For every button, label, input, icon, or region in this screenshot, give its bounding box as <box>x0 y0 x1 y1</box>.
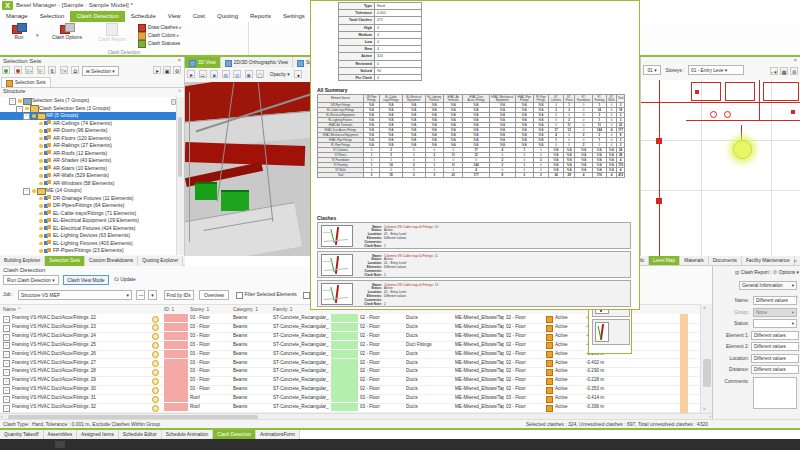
orbit-icon[interactable]: ◍ <box>222 70 230 78</box>
panel-tab-building-explorer[interactable]: Building Explorer <box>0 256 45 266</box>
ribbon-tab-settings[interactable]: Settings <box>277 11 311 22</box>
taskbar-item[interactable] <box>55 441 65 448</box>
show-all-icon[interactable] <box>2 66 10 74</box>
job-more-button[interactable]: ▾ <box>148 290 157 300</box>
tree-item[interactable]: −Clash Selection Sets (3 Groups) <box>0 105 177 113</box>
clash-options-button[interactable]: Clash Options <box>46 23 88 47</box>
tree-item[interactable]: EL-Electrical Fixtures (424 Elements) <box>0 225 177 233</box>
map-gear-icon[interactable]: ⚙ <box>790 67 798 75</box>
tree-item[interactable]: EL-Lighting Devices (63 Elements) <box>0 232 177 240</box>
details-section-select[interactable]: General Information▾ <box>739 281 797 290</box>
ribbon-tab-selection[interactable]: Selection <box>34 11 71 22</box>
ribbon-tab-view[interactable]: View <box>162 11 187 22</box>
panel-view-icon[interactable]: ▣ <box>163 66 171 74</box>
panel-close-icon[interactable]: × <box>177 57 181 63</box>
details-field-element-1-[interactable]: Different values <box>751 331 799 340</box>
clash-report-button[interactable]: Clash Report <box>92 23 132 47</box>
ribbon-tab-reports[interactable]: Reports <box>244 11 277 22</box>
tab-selection-sets[interactable]: Selection Sets <box>1 77 51 87</box>
select-box-icon[interactable]: ▭ <box>199 70 207 78</box>
draw-clashes-button[interactable]: Draw Clashes ▸ <box>138 24 182 32</box>
overview-button[interactable]: Overview <box>199 290 229 300</box>
ribbon-tab-cost[interactable]: Cost <box>187 11 211 22</box>
job-select[interactable]: Structure VS MEP▾ <box>18 290 132 300</box>
run-clash-detection-button[interactable]: Run Clash Detection ▾ <box>3 275 59 285</box>
tree-item[interactable]: AR-Floors (120 Elements) <box>0 135 177 143</box>
isolate-icon[interactable]: ⇅ <box>48 66 56 74</box>
run-button[interactable]: Run <box>4 23 34 47</box>
row-expander-icon[interactable]: + <box>3 405 10 412</box>
filter-selected-checkbox[interactable]: Filter Selected Elements <box>236 290 297 300</box>
view-tab-2d-3d-orthographic-view[interactable]: 2D/3D Orthographic View <box>221 57 293 68</box>
tree-item[interactable]: AR-Doors (96 Elements) <box>0 127 177 135</box>
tree-item[interactable]: FP-Pipes/Fittings (23 Elements) <box>0 247 177 255</box>
run-dropdown-arrow[interactable]: ▾ <box>36 32 39 38</box>
job-edit-button[interactable]: — <box>136 290 145 300</box>
clash-colors-button[interactable]: Clash Colors ▸ <box>138 32 179 40</box>
tree-item[interactable]: AR-Ceilings (74 Elements) <box>0 120 177 128</box>
tree-item[interactable]: −AR (5 Groups) <box>0 112 177 120</box>
pan-icon[interactable]: ◎ <box>233 70 241 78</box>
tree-item[interactable]: −ME (14 Groups) <box>0 187 177 195</box>
map-corner-icon[interactable]: ⌐▾ <box>770 67 778 75</box>
tree-item[interactable]: EL-Cable trays/Fittings (71 Elements) <box>0 210 177 218</box>
details-field-name-[interactable]: Different values <box>753 296 797 305</box>
tree-item[interactable]: DR-Pipes/Fittings (64 Elements) <box>0 202 177 210</box>
row-expander-icon[interactable]: + <box>3 369 10 376</box>
update-button[interactable]: 🗘 Update <box>114 275 136 285</box>
pointer-tool-icon[interactable]: ➤ <box>187 70 195 78</box>
opacity-dropdown[interactable]: Opacity ▾ <box>270 69 290 80</box>
row-expander-icon[interactable]: + <box>3 316 10 323</box>
select-fill-icon[interactable]: ■ <box>210 70 218 78</box>
view-tab-3d-view[interactable]: 3D View <box>185 57 221 68</box>
hide-all-icon[interactable] <box>14 66 22 74</box>
details-field-element-2-[interactable]: Different values <box>751 342 799 351</box>
right-tab-materials[interactable]: Materials <box>680 256 708 266</box>
clash-report-preview-window[interactable]: TypeHardTolerance0.001Total Clashes472Hi… <box>310 0 640 310</box>
panel-tab-custom-breakdowns[interactable]: Custom Breakdowns <box>85 256 138 266</box>
ribbon-tab-clash-detection[interactable]: Clash Detection <box>70 11 124 22</box>
row-expander-icon[interactable]: + <box>3 325 10 332</box>
tree-item[interactable]: EL-Lighting Fixtures (403 Elements) <box>0 240 177 248</box>
details-field-comments-[interactable] <box>753 377 797 409</box>
tree-item[interactable]: AR-Railings (27 Elements) <box>0 142 177 150</box>
clash-statuses-button[interactable]: Clash Statuses <box>138 40 180 48</box>
ribbon-tab-manage[interactable]: Manage <box>0 11 34 22</box>
tree-item[interactable]: −Selection Sets (7 Groups) <box>0 97 177 105</box>
section-icon[interactable]: ▢ <box>256 70 264 78</box>
tree-item[interactable]: AR-Walls (529 Elements) <box>0 172 177 180</box>
ribbon-tab-schedule[interactable]: Schedule <box>125 11 162 22</box>
tree-item[interactable]: DR-Drainage Fixtures (11 Elements) <box>0 195 177 203</box>
clash-table-row[interactable]: +Framing VS HVAC Duct/Acce/Fittings: 32R… <box>0 403 712 413</box>
tree-item[interactable]: FP-Sprinklers (8 Elements) <box>0 255 177 256</box>
map-close-icon[interactable]: × <box>793 57 797 63</box>
row-expander-icon[interactable]: + <box>3 378 10 385</box>
tree-scrollbar[interactable] <box>176 97 184 255</box>
right-tab-documents[interactable]: Documents <box>709 256 742 266</box>
right-tab-facility-maintenance[interactable]: Facility Maintenance <box>742 256 795 266</box>
remove-selection-icon[interactable]: V- <box>37 66 45 74</box>
options-button[interactable]: ⚙ Options ▾ <box>773 268 799 278</box>
storey-dropdown[interactable]: 01 - Entry Leve ▾ <box>688 65 744 75</box>
tree-item[interactable]: AR-Roofs (12 Elements) <box>0 150 177 158</box>
render-mode-icon[interactable]: ● <box>294 70 302 78</box>
panel-tab-quoting-explorer[interactable]: Quoting Explorer <box>138 256 183 266</box>
details-field-location-[interactable]: Different values <box>751 354 799 363</box>
map-image-icon[interactable]: ▦ <box>780 67 788 75</box>
filter-icon[interactable]: Y▾ <box>60 66 68 74</box>
level-dropdown[interactable]: 01 ▾ <box>643 65 661 75</box>
settings-gear-icon[interactable]: ⚙ <box>173 66 181 74</box>
tree-item[interactable]: AR-Shades (40 Elements) <box>0 157 177 165</box>
tree-item[interactable]: EL-Electrical Equipment (29 Elements) <box>0 217 177 225</box>
level-map-canvas[interactable] <box>641 80 800 256</box>
copy-icon[interactable]: ⧉ <box>71 66 79 74</box>
tree-scroll-up-icon[interactable]: ˄ <box>178 88 181 94</box>
panel-tab-selection-sets[interactable]: Selection Sets <box>45 256 85 266</box>
ribbon-tab-quoting[interactable]: Quoting <box>211 11 244 22</box>
selection-dropdown[interactable]: ⊞ Selection ▾ <box>82 66 119 76</box>
clash-view-mode-button[interactable]: Clash View Mode <box>63 275 108 285</box>
details-field-status-[interactable]: ▾ <box>753 319 797 328</box>
details-close-icon[interactable]: × <box>793 258 797 264</box>
find-by-ids-button[interactable]: Find by IDs <box>164 290 194 300</box>
add-selection-icon[interactable]: V+ <box>25 66 33 74</box>
